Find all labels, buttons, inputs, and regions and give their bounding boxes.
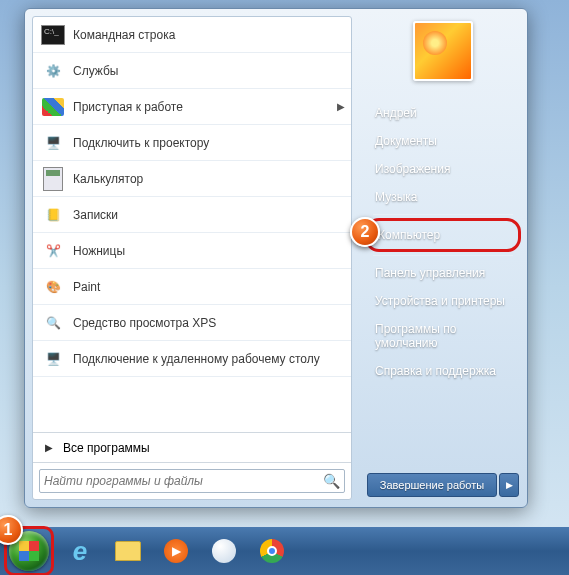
program-item-proj[interactable]: 🖥️Подключить к проектору — [33, 125, 351, 161]
right-item-0[interactable]: Андрей — [365, 99, 521, 127]
program-label: Paint — [73, 280, 345, 294]
start-menu: C:\_Командная строка⚙️СлужбыПриступая к … — [24, 8, 528, 508]
program-item-xps[interactable]: 🔍Средство просмотра XPS — [33, 305, 351, 341]
right-item-1[interactable]: Документы — [365, 127, 521, 155]
program-item-rdp[interactable]: 🖥️Подключение к удаленному рабочему стол… — [33, 341, 351, 377]
shutdown-row: Завершение работы ▶ — [365, 469, 521, 499]
program-label: Подключение к удаленному рабочему столу — [73, 352, 345, 366]
program-item-cmd[interactable]: C:\_Командная строка — [33, 17, 351, 53]
computer-highlight: Компьютер2 — [365, 218, 521, 252]
taskbar: 1 e ▶ — [0, 527, 569, 575]
program-label: Службы — [73, 64, 345, 78]
program-label: Подключить к проектору — [73, 136, 345, 150]
program-item-flag[interactable]: Приступая к работе▶ — [33, 89, 351, 125]
taskbar-internet-explorer-icon[interactable]: e — [58, 532, 102, 570]
separator — [373, 214, 513, 215]
all-programs-button[interactable]: ▶ Все программы — [33, 432, 351, 462]
start-button-highlight: 1 — [4, 526, 54, 575]
program-label: Ножницы — [73, 244, 345, 258]
taskbar-chrome-icon[interactable] — [250, 532, 294, 570]
right-item-2[interactable]: Изображения — [365, 155, 521, 183]
calc-icon — [39, 165, 67, 193]
shutdown-button[interactable]: Завершение работы — [367, 473, 497, 497]
start-menu-right-pane: АндрейДокументыИзображенияМузыкаКомпьюте… — [359, 9, 527, 507]
cmd-icon: C:\_ — [39, 21, 67, 49]
search-icon[interactable]: 🔍 — [323, 473, 340, 489]
scissors-icon: ✂️ — [39, 237, 67, 265]
program-item-gear[interactable]: ⚙️Службы — [33, 53, 351, 89]
program-item-calc[interactable]: Калькулятор — [33, 161, 351, 197]
all-programs-label: Все программы — [63, 441, 150, 455]
right-item-5[interactable]: Панель управления — [365, 259, 521, 287]
paint-icon: 🎨 — [39, 273, 67, 301]
start-menu-left-pane: C:\_Командная строка⚙️СлужбыПриступая к … — [32, 16, 352, 500]
program-label: Командная строка — [73, 28, 345, 42]
program-item-scissors[interactable]: ✂️Ножницы — [33, 233, 351, 269]
submenu-arrow-icon: ▶ — [337, 101, 345, 112]
program-label: Средство просмотра XPS — [73, 316, 345, 330]
all-programs-arrow-icon: ▶ — [41, 442, 57, 453]
right-item-6[interactable]: Устройства и принтеры — [365, 287, 521, 315]
proj-icon: 🖥️ — [39, 129, 67, 157]
program-label: Калькулятор — [73, 172, 345, 186]
program-item-paint[interactable]: 🎨Paint — [33, 269, 351, 305]
rdp-icon: 🖥️ — [39, 345, 67, 373]
right-item-3[interactable]: Музыка — [365, 183, 521, 211]
notes-icon: 📒 — [39, 201, 67, 229]
program-item-notes[interactable]: 📒Записки — [33, 197, 351, 233]
separator — [373, 255, 513, 256]
taskbar-app-icon[interactable] — [202, 532, 246, 570]
right-item-8[interactable]: Справка и поддержка — [365, 357, 521, 385]
taskbar-media-player-icon[interactable]: ▶ — [154, 532, 198, 570]
right-item-computer[interactable]: Компьютер — [368, 221, 518, 249]
taskbar-explorer-icon[interactable] — [106, 532, 150, 570]
search-input[interactable] — [44, 474, 323, 488]
xps-icon: 🔍 — [39, 309, 67, 337]
program-list: C:\_Командная строка⚙️СлужбыПриступая к … — [33, 17, 351, 432]
search-box[interactable]: 🔍 — [39, 469, 345, 493]
program-label: Приступая к работе — [73, 100, 337, 114]
program-label: Записки — [73, 208, 345, 222]
user-picture[interactable] — [413, 21, 473, 81]
flag-icon — [39, 93, 67, 121]
callout-2: 2 — [350, 217, 380, 247]
right-item-7[interactable]: Программы по умолчанию — [365, 315, 521, 357]
shutdown-options-button[interactable]: ▶ — [499, 473, 519, 497]
gear-icon: ⚙️ — [39, 57, 67, 85]
search-row: 🔍 — [33, 462, 351, 499]
